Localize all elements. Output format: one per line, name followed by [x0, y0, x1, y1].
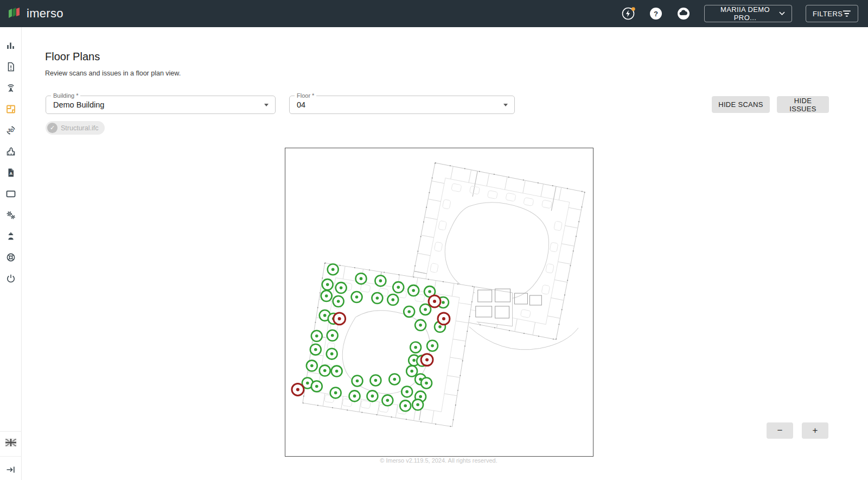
- scan-marker-dot: [334, 391, 337, 395]
- scan-marker-dot: [414, 346, 417, 349]
- issue-marker-dot: [338, 317, 341, 320]
- zoom-out-button[interactable]: −: [767, 422, 793, 439]
- scan-marker-dot: [405, 390, 409, 394]
- project-selector-label: MARIIA DEMO PRO...: [711, 5, 779, 22]
- filters-button-label: FILTERS: [813, 10, 843, 18]
- sidebar-item-reports[interactable]: A: [5, 167, 17, 178]
- scan-marker-dot: [371, 395, 374, 398]
- scan-marker-dot: [442, 301, 445, 304]
- scan-marker-dot: [374, 379, 378, 382]
- 3d-rotate-icon: 3D: [5, 125, 16, 136]
- floor-plans-icon: [5, 104, 16, 115]
- sidebar-collapse-button[interactable]: [5, 465, 16, 473]
- scan-marker-dot: [325, 294, 328, 298]
- sidebar-item-floor-plans[interactable]: [5, 104, 17, 115]
- scan-marker-dot: [431, 344, 434, 348]
- help-icon-button[interactable]: ?: [649, 7, 663, 21]
- scan-marker-dot: [419, 324, 422, 327]
- sidebar-item-screens[interactable]: [5, 188, 17, 199]
- scan-marker-dot: [410, 370, 413, 373]
- project-selector[interactable]: MARIIA DEMO PRO...: [704, 5, 792, 22]
- scan-marker-dot: [331, 268, 335, 271]
- imerso-logo-icon: [8, 6, 22, 21]
- sidebar-divider: [0, 431, 22, 432]
- sidebar-item-scans[interactable]: [5, 83, 17, 93]
- activity-bolt-icon-button[interactable]: [621, 7, 635, 21]
- scan-station-icon: [5, 83, 16, 93]
- sidebar-item-team[interactable]: [5, 231, 17, 242]
- sidebar-item-buildings[interactable]: [5, 146, 17, 157]
- scan-marker-dot: [404, 405, 407, 408]
- report-file-icon: A: [5, 167, 16, 178]
- building-icon: [5, 146, 16, 157]
- sidebar-item-issues[interactable]: [5, 61, 17, 72]
- sidebar: 3D A: [0, 27, 22, 480]
- scan-marker-dot: [326, 283, 329, 286]
- building-select[interactable]: Building * Demo Building: [46, 96, 276, 114]
- filter-icon: [843, 10, 851, 17]
- scan-marker-dot: [306, 382, 309, 385]
- floor-select-label: Floor *: [295, 92, 316, 99]
- scan-marker-dot: [340, 286, 343, 289]
- svg-text:3D: 3D: [8, 128, 14, 133]
- floor-select[interactable]: Floor * 04: [289, 96, 515, 114]
- sidebar-item-3d-viewer[interactable]: 3D: [5, 125, 17, 136]
- scan-marker-dot: [428, 290, 431, 293]
- model-chip-structural-ifc[interactable]: ✓ Structural.ifc: [46, 121, 105, 135]
- language-selector[interactable]: [5, 439, 16, 447]
- scan-marker-dot: [314, 348, 317, 351]
- scan-marker-dot: [310, 364, 314, 368]
- sidebar-item-support[interactable]: [5, 252, 17, 263]
- floorplan-viewport[interactable]: [285, 148, 593, 457]
- scan-marker-dot: [424, 308, 427, 311]
- brand: imerso: [8, 6, 63, 21]
- scan-marker-dot: [407, 310, 411, 313]
- chevron-down-icon: [503, 104, 508, 106]
- scan-marker-dot: [376, 296, 379, 300]
- scan-marker-dot: [353, 395, 356, 398]
- model-chip-label: Structural.ifc: [61, 124, 98, 132]
- scan-marker-dot: [323, 369, 327, 372]
- sidebar-item-settings[interactable]: [5, 210, 17, 220]
- svg-text:A: A: [9, 171, 12, 176]
- zoom-in-button[interactable]: +: [802, 422, 828, 439]
- scan-marker-dot: [331, 334, 334, 337]
- cloud-icon: [676, 7, 691, 21]
- scan-marker-dot: [323, 314, 327, 317]
- filters-button[interactable]: FILTERS: [806, 5, 858, 22]
- hide-issues-button[interactable]: HIDE ISSUES: [777, 96, 829, 113]
- power-icon: [5, 273, 16, 284]
- support-icon: [5, 252, 16, 263]
- building-select-label: Building *: [51, 92, 80, 99]
- scan-marker-dot: [416, 403, 419, 407]
- document-issue-icon: [5, 61, 16, 72]
- brand-name: imerso: [27, 7, 63, 21]
- page-subtitle: Review scans and issues in a floor plan …: [45, 70, 181, 77]
- cloud-icon-button[interactable]: [676, 7, 691, 21]
- worker-icon: [5, 231, 16, 242]
- floor-select-value: 04: [290, 96, 514, 113]
- page-title: Floor Plans: [45, 50, 100, 63]
- sidebar-item-logout-power[interactable]: [5, 273, 17, 284]
- topbar-actions: ? MARIIA DEMO PRO... FILTERS: [621, 5, 858, 22]
- scan-marker-dot: [337, 300, 340, 303]
- check-circle-icon: ✓: [47, 123, 58, 133]
- chevron-down-icon: [264, 104, 269, 106]
- exit-arrow-icon: [5, 465, 16, 475]
- sidebar-item-dashboard[interactable]: [5, 40, 17, 51]
- scan-marker-dot: [412, 359, 416, 362]
- main-content: Floor Plans Review scans and issues in a…: [22, 27, 868, 480]
- scan-marker-dot: [356, 380, 359, 383]
- floorplan-drawing: [303, 163, 585, 427]
- scan-marker-dot: [315, 385, 318, 388]
- bar-chart-icon: [5, 40, 16, 51]
- scan-marker-dot: [379, 279, 382, 282]
- screen-icon: [5, 188, 16, 199]
- footer-copyright: © Imerso v2.119.5, 2024. All rights rese…: [285, 457, 592, 464]
- hide-scans-button[interactable]: HIDE SCANS: [712, 96, 770, 113]
- topbar: imerso ? MARIIA DEMO PRO...: [0, 0, 868, 27]
- scan-marker-dot: [392, 298, 395, 301]
- floorplan-canvas[interactable]: [285, 148, 592, 455]
- bolt-icon: [621, 7, 635, 21]
- svg-text:?: ?: [654, 10, 658, 18]
